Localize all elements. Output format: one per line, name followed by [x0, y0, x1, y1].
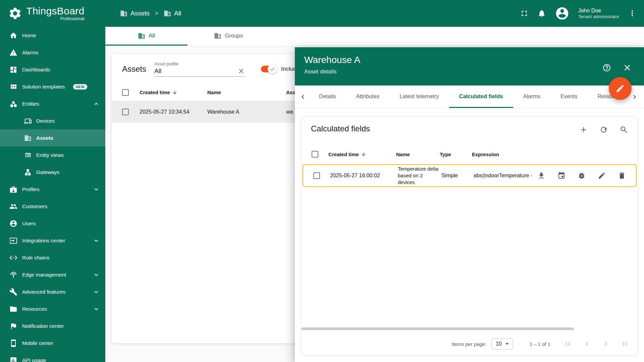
- tab-details[interactable]: Details: [309, 85, 346, 108]
- user-role: Tenant administrator: [578, 14, 619, 20]
- mobile-center-icon: [9, 339, 17, 347]
- sidebar-item-entity-views[interactable]: Entity views: [0, 146, 105, 164]
- column-created-time[interactable]: Created time: [326, 152, 393, 157]
- calculated-field-row[interactable]: 2025-05-27 16:00:02 Temperature delta ba…: [303, 164, 637, 187]
- new-badge: NEW: [73, 84, 88, 89]
- tabs-scroll-right-icon[interactable]: [631, 93, 639, 101]
- sidebar-item-advanced-features[interactable]: Advanced features: [0, 283, 105, 300]
- chevron-down-icon: [93, 271, 100, 279]
- tab-all[interactable]: All: [105, 27, 187, 46]
- sidebar-item-dashboards[interactable]: Dashboards: [0, 61, 105, 78]
- more-menu-icon[interactable]: [628, 9, 637, 18]
- column-name[interactable]: Name: [393, 152, 437, 157]
- sidebar-item-label: Solution templates: [22, 84, 65, 90]
- sidebar: Home Alarms Dashboards Solution template…: [0, 27, 105, 362]
- select-all-checkbox[interactable]: [122, 89, 129, 96]
- dashboards-icon: [9, 66, 17, 74]
- last-page-icon[interactable]: [620, 340, 629, 348]
- next-page-icon[interactable]: [601, 340, 610, 348]
- asset-profile-filter-label: Asset profile: [154, 61, 245, 66]
- clear-filter-icon[interactable]: [237, 67, 245, 75]
- breadcrumb-all[interactable]: All: [164, 10, 181, 17]
- sidebar-item-entities[interactable]: Entities: [0, 95, 105, 112]
- notification-center-icon: [9, 322, 17, 330]
- column-created-time[interactable]: Created time: [140, 89, 207, 95]
- domain-icon: [214, 32, 221, 40]
- sidebar-item-label: Rule chains: [22, 255, 49, 261]
- tab-events[interactable]: Events: [550, 85, 587, 108]
- asset-profile-filter[interactable]: Asset profile All: [154, 61, 245, 77]
- sidebar-item-solution-templates[interactable]: Solution templates NEW: [0, 78, 105, 95]
- breadcrumb-separator: >: [155, 10, 158, 17]
- sidebar-item-edge-management[interactable]: Edge management: [0, 266, 105, 283]
- debug-events-icon[interactable]: [557, 172, 566, 180]
- tabs-scroll-left-icon[interactable]: [299, 93, 307, 101]
- sidebar-item-label: Integrations center: [22, 238, 65, 244]
- close-panel-icon[interactable]: [623, 63, 632, 72]
- sidebar-item-home[interactable]: Home: [0, 27, 105, 44]
- edit-fab[interactable]: [609, 77, 632, 100]
- avatar[interactable]: [555, 6, 570, 21]
- cf-name: Temperature delta based on 2 devices: [395, 166, 439, 185]
- sidebar-item-label: Assets: [36, 135, 53, 141]
- breadcrumb-assets[interactable]: Assets: [120, 10, 150, 17]
- tab-label: All: [149, 33, 155, 39]
- select-all-checkbox[interactable]: [312, 151, 318, 158]
- column-label: Created time: [140, 89, 170, 95]
- brand-name: ThingsBoard: [26, 6, 84, 16]
- export-icon[interactable]: [537, 172, 545, 180]
- search-icon[interactable]: [620, 125, 628, 134]
- sidebar-item-api-usage[interactable]: API usage: [0, 352, 105, 362]
- domain-icon: [164, 10, 171, 17]
- chevron-down-icon: [93, 237, 100, 244]
- items-per-page-value: 10: [496, 341, 502, 347]
- sidebar-item-integrations-center[interactable]: Integrations center: [0, 232, 105, 249]
- toggle-thumb: [268, 64, 277, 74]
- tab-calculated-fields[interactable]: Calculated fields: [449, 85, 513, 108]
- items-per-page-select[interactable]: 10: [491, 338, 514, 350]
- column-expression[interactable]: Expression: [469, 152, 534, 157]
- sidebar-item-customers[interactable]: Customers: [0, 198, 105, 215]
- column-label: Expression: [472, 152, 499, 157]
- refresh-icon[interactable]: [599, 125, 608, 134]
- delete-icon[interactable]: [618, 172, 626, 180]
- horizontal-scrollbar[interactable]: [302, 327, 574, 330]
- panel-header: Warehouse A Asset details: [295, 47, 644, 85]
- row-checkbox[interactable]: [313, 172, 320, 179]
- sidebar-item-assets[interactable]: Assets: [0, 129, 105, 146]
- sidebar-item-label: Advanced features: [22, 289, 65, 295]
- sidebar-item-alarms[interactable]: Alarms: [0, 44, 105, 61]
- help-icon[interactable]: [602, 63, 611, 72]
- sidebar-item-rule-chains[interactable]: Rule chains: [0, 249, 105, 266]
- fullscreen-icon[interactable]: [520, 9, 529, 18]
- debug-icon[interactable]: [578, 172, 586, 180]
- sidebar-item-mobile-center[interactable]: Mobile center: [0, 335, 105, 352]
- sidebar-item-users[interactable]: Users: [0, 215, 105, 232]
- sidebar-item-gateways[interactable]: Gateways: [0, 164, 105, 181]
- brand: ThingsBoard Professional: [0, 6, 101, 21]
- tab-latest-telemetry[interactable]: Latest telemetry: [389, 85, 449, 108]
- tab-groups[interactable]: Groups: [187, 27, 270, 46]
- sidebar-item-profiles[interactable]: Profiles: [0, 181, 105, 198]
- sidebar-item-resources[interactable]: Resources: [0, 300, 105, 317]
- add-calculated-field-icon[interactable]: [579, 125, 588, 134]
- edit-row-icon[interactable]: [598, 172, 606, 180]
- column-type[interactable]: Type: [437, 152, 469, 157]
- sidebar-item-devices[interactable]: Devices: [0, 112, 105, 129]
- user-info: John Doe Tenant administrator: [578, 7, 619, 20]
- sidebar-item-label: Devices: [36, 118, 55, 124]
- row-checkbox[interactable]: [122, 109, 129, 115]
- include-toggle-label: Includ: [281, 66, 296, 72]
- cf-created-time: 2025-05-27 16:00:02: [327, 173, 395, 179]
- sidebar-item-notification-center[interactable]: Notification center: [0, 317, 105, 335]
- sidebar-item-label: Customers: [22, 203, 47, 209]
- notifications-bell-icon[interactable]: [537, 9, 546, 18]
- column-name[interactable]: Name: [207, 89, 286, 95]
- tab-alarms[interactable]: Alarms: [513, 85, 550, 108]
- include-toggle[interactable]: [261, 66, 276, 72]
- entity-views-icon: [24, 152, 32, 159]
- previous-page-icon[interactable]: [583, 340, 591, 348]
- tab-attributes[interactable]: Attributes: [346, 85, 389, 108]
- first-page-icon[interactable]: [564, 340, 573, 348]
- pagination-range: 1 – 1 of 1: [529, 341, 550, 347]
